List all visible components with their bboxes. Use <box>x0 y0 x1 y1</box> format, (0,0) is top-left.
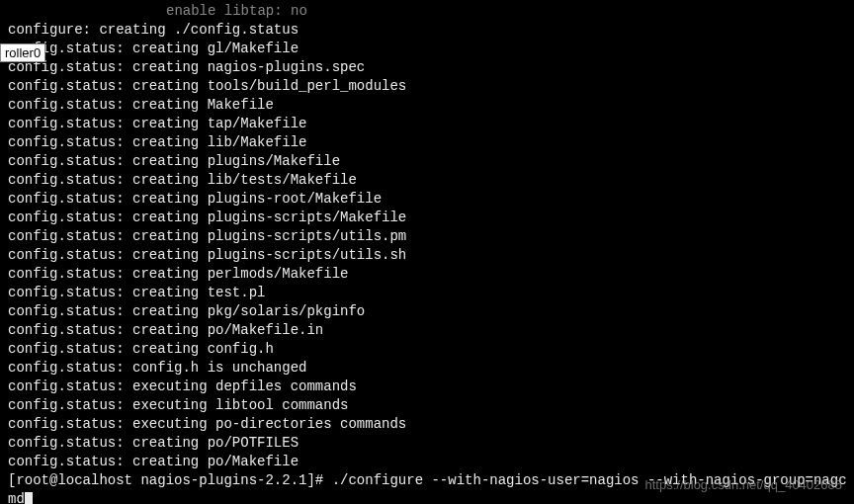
terminal-output-line: config.status: creating plugins/Makefile <box>8 152 854 171</box>
terminal-output-line: config.status: creating po/POTFILES <box>8 434 854 453</box>
watermark-text: https://blog.csdn.net/qq_40402685 <box>645 477 843 492</box>
terminal-output-line: config.status: config.h is unchanged <box>8 359 854 378</box>
terminal-output-line: config.status: creating po/Makefile <box>8 453 854 471</box>
terminal-output-line: config.status: creating lib/tests/Makefi… <box>8 171 854 190</box>
terminal-output-line: config.status: creating tap/Makefile <box>8 115 854 133</box>
terminal-output-line: config.status: creating plugins-scripts/… <box>8 227 854 246</box>
terminal-output-line: config.status: executing libtool command… <box>8 396 854 415</box>
terminal-output-line: config.status: creating lib/Makefile <box>8 133 854 152</box>
terminal-output-line: config.status: executing depfiles comman… <box>8 378 854 396</box>
terminal-output-line: config.status: creating po/Makefile.in <box>8 321 854 340</box>
terminal-output-line: config.status: creating perlmods/Makefil… <box>8 265 854 284</box>
terminal-output-line: config.status: creating pkg/solaris/pkgi… <box>8 302 854 321</box>
terminal-output-line: config.status: creating plugins-scripts/… <box>8 209 854 227</box>
tooltip: roller0 <box>0 43 45 62</box>
terminal-output-line: configure: creating ./config.status <box>8 21 854 40</box>
terminal-output-line: config.status: executing po-directories … <box>8 415 854 434</box>
terminal-output-line: config.status: creating Makefile <box>8 96 854 115</box>
terminal-output-line: config.status: creating tools/build_perl… <box>8 77 854 96</box>
terminal-output-line: config.status: creating config.h <box>8 340 854 359</box>
terminal-output-line: config.status: creating gl/Makefile <box>8 40 854 58</box>
terminal-partial-line: enable libtap: no <box>8 2 854 21</box>
terminal-output-line: config.status: creating nagios-plugins.s… <box>8 58 854 77</box>
shell-prompt: [root@localhost nagios-plugins-2.2.1]# <box>8 472 332 488</box>
cursor-icon <box>25 492 33 504</box>
terminal-output-line: config.status: creating test.pl <box>8 284 854 302</box>
terminal-output-line: config.status: creating plugins-scripts/… <box>8 246 854 265</box>
terminal-output-line: config.status: creating plugins-root/Mak… <box>8 190 854 209</box>
